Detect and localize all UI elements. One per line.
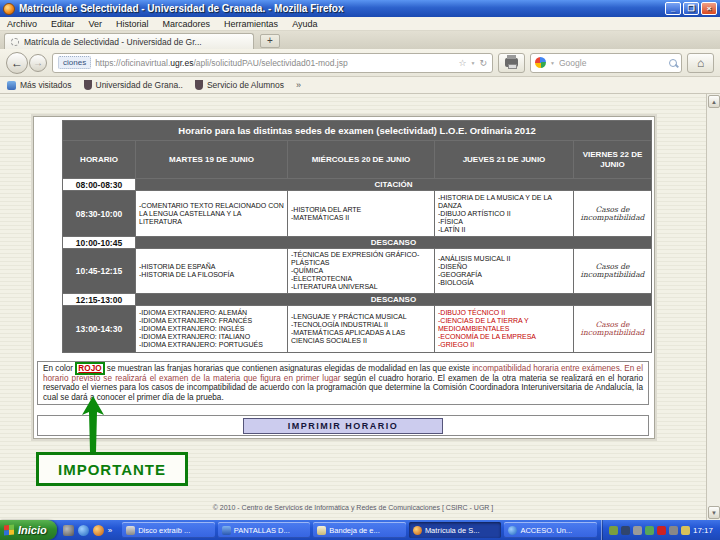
col-header-miercoles: MIÉRCOLES 20 DE JUNIO <box>288 141 435 179</box>
quicklaunch-overflow-chevron[interactable]: » <box>108 526 112 535</box>
internet-explorer-icon[interactable] <box>78 525 89 536</box>
task-bandeja[interactable]: Bandeja de e... <box>313 522 406 538</box>
quicklaunch-icon-1[interactable] <box>63 525 74 536</box>
bookmark-label: Servicio de Alumnos <box>207 80 284 90</box>
forward-button[interactable]: → <box>29 54 47 72</box>
cell-jueves-slot1: -HISTORIA DE LA MUSICA Y DE LA DANZA -DI… <box>435 191 574 237</box>
menu-bar: Archivo Editar Ver Historial Marcadores … <box>0 17 720 31</box>
print-button-row: IMPRIMIR HORARIO <box>37 415 649 436</box>
menu-ayuda[interactable]: Ayuda <box>285 18 324 30</box>
url-bar[interactable]: ciones https://oficinavirtual.ugr.es/apl… <box>52 53 493 73</box>
site-identity-chip[interactable]: ciones <box>58 56 91 69</box>
desktop-screen: Matrícula de Selectividad - Universidad … <box>0 0 720 540</box>
google-logo-icon <box>535 57 546 68</box>
task-pantallas[interactable]: PANTALLAS D... <box>218 522 311 538</box>
menu-herramientas[interactable]: Herramientas <box>217 18 285 30</box>
back-button[interactable]: ← <box>6 52 28 74</box>
home-button[interactable]: ⌂ <box>687 53 714 73</box>
task-label: Bandeja de e... <box>329 526 379 535</box>
tray-icon-7[interactable] <box>681 526 690 535</box>
task-label: ACCESO. Un... <box>520 526 572 535</box>
scroll-down-icon[interactable]: ▼ <box>708 506 720 519</box>
menu-archivo[interactable]: Archivo <box>0 18 44 30</box>
page-footer: © 2010 - Centro de Servicios de Informát… <box>0 504 706 511</box>
inbox-icon <box>317 526 326 535</box>
drive-icon <box>126 526 135 535</box>
cell-martes-slot1: -COMENTARIO TEXTO RELACIONADO CON LA LEN… <box>136 191 288 237</box>
task-label: Matrícula de S... <box>425 526 480 535</box>
print-toolbar-button[interactable] <box>498 53 525 73</box>
page-viewport: Horario para las distintas sedes de exam… <box>0 94 720 520</box>
menu-editar[interactable]: Editar <box>44 18 82 30</box>
restore-button[interactable]: ❐ <box>683 2 699 15</box>
cell-jueves-slot3: -DIBUJO TÉCNICO II -CIENCIAS DE LA TIERR… <box>435 306 574 353</box>
bookmark-universidad[interactable]: Universidad de Grana.. <box>84 80 183 90</box>
band-descanso1: DESCANSO <box>136 237 652 249</box>
tray-icon-2[interactable] <box>621 526 630 535</box>
start-button[interactable]: Inicio <box>0 520 57 540</box>
search-engine-dropdown-icon[interactable]: ▼ <box>550 60 555 66</box>
window-title: Matrícula de Selectividad - Universidad … <box>19 3 344 14</box>
url-dropdown-icon[interactable]: ▼ <box>471 60 476 66</box>
cell-miercoles-slot1: -HISTORIA DEL ARTE -MATEMÁTICAS II <box>288 191 435 237</box>
col-header-horario: HORARIO <box>63 141 136 179</box>
cell-martes-slot2: -HISTORIA DE ESPAÑA -HISTORIA DE LA FILO… <box>136 249 288 294</box>
window-titlebar: Matrícula de Selectividad - Universidad … <box>0 0 720 17</box>
system-tray: 17:17 <box>601 520 720 540</box>
url-text: https://oficinavirtual.ugr.es/apli/solic… <box>95 58 454 68</box>
tab-matricula[interactable]: Matrícula de Selectividad - Universidad … <box>4 33 254 49</box>
printer-icon <box>505 58 518 67</box>
tray-icon-6[interactable] <box>669 526 678 535</box>
time-slot3: 13:00-14:30 <box>63 306 136 353</box>
cell-martes-slot3: -IDIOMA EXTRANJERO: ALEMÁN -IDIOMA EXTRA… <box>136 306 288 353</box>
minimize-button[interactable]: _ <box>665 2 681 15</box>
menu-ver[interactable]: Ver <box>82 18 110 30</box>
search-magnifier-icon[interactable] <box>669 59 677 67</box>
bookmarks-overflow-chevron[interactable]: » <box>296 80 301 90</box>
note-seg2: se muestran las franjas horarias que con… <box>105 364 473 373</box>
search-input[interactable] <box>559 58 665 68</box>
taskbar-clock: 17:17 <box>693 526 713 535</box>
firefox-quicklaunch-icon[interactable] <box>93 525 104 536</box>
cell-jueves-slot2: -ANÁLISIS MUSICAL II -DISEÑO -GEOGRAFÍA … <box>435 249 574 294</box>
taskbar: Inicio » Disco extraíb ... PANTALLAS D..… <box>0 520 720 540</box>
col-header-jueves: JUEVES 21 DE JUNIO <box>435 141 574 179</box>
bookmark-star-icon[interactable]: ☆ <box>458 58 466 68</box>
tray-icon-4[interactable] <box>645 526 654 535</box>
importante-annotation: IMPORTANTE <box>36 452 188 486</box>
col-header-martes: MARTES 19 DE JUNIO <box>136 141 288 179</box>
folder-icon <box>7 81 16 90</box>
reload-icon[interactable]: ↻ <box>479 58 487 68</box>
cell-viernes-slot2: Casos de incompatibilidad <box>574 249 652 294</box>
search-box[interactable]: ▼ <box>530 53 682 73</box>
menu-historial[interactable]: Historial <box>109 18 156 30</box>
tab-loading-icon <box>11 38 19 46</box>
firefox-icon <box>3 3 15 15</box>
task-buttons: Disco extraíb ... PANTALLAS D... Bandeja… <box>118 520 601 540</box>
table-title: Horario para las distintas sedes de exam… <box>63 121 652 141</box>
tray-icon-3[interactable] <box>633 526 642 535</box>
time-slot2: 10:45-12:15 <box>63 249 136 294</box>
band-citacion: CITACIÓN <box>136 179 652 191</box>
tab-bar: Matrícula de Selectividad - Universidad … <box>0 31 720 49</box>
task-label: PANTALLAS D... <box>234 526 290 535</box>
task-label: Disco extraíb ... <box>138 526 190 535</box>
task-matricula-active[interactable]: Matrícula de S... <box>409 522 502 538</box>
new-tab-button[interactable]: + <box>260 34 280 48</box>
vertical-scrollbar[interactable]: ▲ ▼ <box>706 94 720 520</box>
tray-icon-5[interactable] <box>657 526 666 535</box>
windows-logo-icon <box>4 525 14 536</box>
menu-marcadores[interactable]: Marcadores <box>156 18 218 30</box>
tray-icon-1[interactable] <box>609 526 618 535</box>
scroll-up-icon[interactable]: ▲ <box>708 95 720 108</box>
imprimir-horario-button[interactable]: IMPRIMIR HORARIO <box>243 418 443 434</box>
url-prefix: https://oficinavirtual. <box>95 58 170 68</box>
note-seg1: En color <box>43 364 75 373</box>
bookmark-mas-visitados[interactable]: Más visitados <box>7 80 72 90</box>
task-disco-extraible[interactable]: Disco extraíb ... <box>122 522 215 538</box>
acceso-icon <box>508 526 517 535</box>
tab-title: Matrícula de Selectividad - Universidad … <box>24 37 202 47</box>
close-button[interactable]: × <box>701 2 717 15</box>
task-acceso[interactable]: ACCESO. Un... <box>504 522 597 538</box>
bookmark-servicio-alumnos[interactable]: Servicio de Alumnos <box>195 80 284 90</box>
